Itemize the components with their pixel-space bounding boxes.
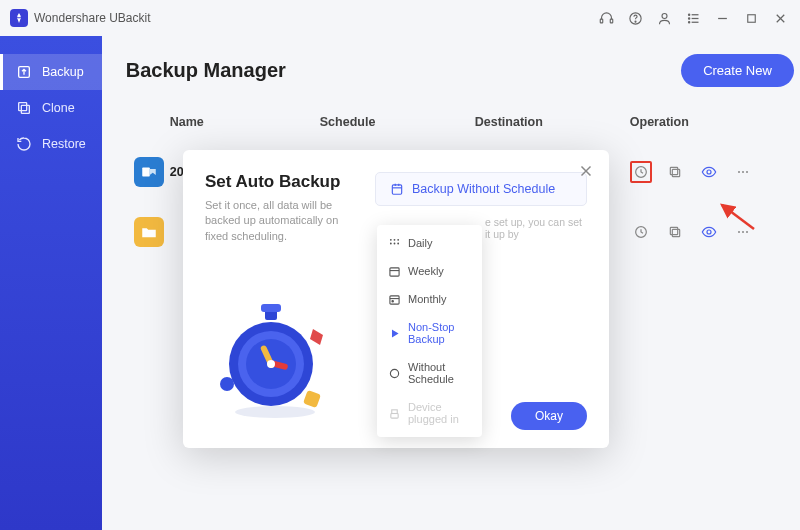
svg-point-52 (394, 238, 396, 240)
svg-point-9 (689, 21, 690, 22)
dropdown-label: Without Schedule (408, 361, 470, 385)
svg-rect-59 (390, 295, 399, 303)
svg-point-3 (635, 21, 636, 22)
modal-left: Set Auto Backup Set it once, all data wi… (205, 172, 375, 428)
more-op-button[interactable] (732, 161, 754, 183)
modal-description: Set it once, all data will be backed up … (205, 198, 361, 244)
svg-rect-0 (600, 19, 603, 23)
schedule-op-button[interactable] (630, 161, 652, 183)
svg-point-56 (397, 242, 399, 244)
copy-op-button[interactable] (664, 161, 686, 183)
stopwatch-illustration-icon (205, 284, 345, 424)
page-title: Backup Manager (126, 59, 286, 82)
svg-point-51 (390, 238, 392, 240)
svg-point-30 (738, 231, 740, 233)
svg-rect-28 (670, 227, 677, 234)
okay-button[interactable]: Okay (511, 402, 587, 430)
svg-point-25 (746, 171, 748, 173)
modal-title: Set Auto Backup (205, 172, 361, 192)
list-icon[interactable] (686, 11, 701, 26)
svg-point-23 (738, 171, 740, 173)
svg-rect-18 (142, 167, 150, 176)
app-logo-icon (10, 9, 28, 27)
svg-point-7 (689, 17, 690, 18)
nonstop-icon (389, 328, 400, 339)
dropdown-item-weekly[interactable]: Weekly (377, 257, 482, 285)
close-button[interactable] (773, 11, 788, 26)
dropdown-label: Daily (408, 237, 432, 249)
headset-icon[interactable] (599, 11, 614, 26)
svg-point-62 (390, 369, 398, 377)
col-schedule: Schedule (320, 115, 475, 129)
table-header: Name Schedule Destination Operation (126, 107, 794, 137)
svg-point-29 (707, 230, 711, 234)
copy-op-button[interactable] (664, 221, 686, 243)
dropdown-item-daily[interactable]: Daily (377, 229, 482, 257)
titlebar-left: Wondershare UBackit (10, 9, 151, 27)
backup-schedule-button[interactable]: Backup Without Schedule (375, 172, 587, 206)
svg-point-61 (392, 300, 393, 301)
svg-point-54 (390, 242, 392, 244)
none-icon (389, 368, 400, 379)
dropdown-item-without-schedule[interactable]: Without Schedule (377, 353, 482, 393)
clone-icon (16, 100, 32, 116)
daily-icon (389, 238, 400, 249)
svg-point-4 (662, 13, 667, 18)
user-icon[interactable] (657, 11, 672, 26)
usb-icon (389, 408, 400, 419)
svg-point-43 (220, 377, 234, 391)
row-operations (630, 161, 754, 183)
dropdown-label: Weekly (408, 265, 444, 277)
modal-hint: e set up, you can set it up by (485, 216, 587, 240)
schedule-button-label: Backup Without Schedule (412, 182, 555, 196)
svg-rect-57 (390, 267, 399, 275)
svg-point-31 (742, 231, 744, 233)
minimize-button[interactable] (715, 11, 730, 26)
svg-rect-17 (19, 103, 27, 111)
svg-rect-47 (392, 185, 401, 194)
col-name: Name (170, 115, 320, 129)
folder-icon (134, 217, 164, 247)
sidebar: Backup Clone Restore (0, 36, 102, 530)
svg-point-55 (394, 242, 396, 244)
svg-point-24 (742, 171, 744, 173)
create-new-button[interactable]: Create New (681, 54, 794, 87)
outlook-icon (134, 157, 164, 187)
view-op-button[interactable] (698, 221, 720, 243)
sidebar-item-restore[interactable]: Restore (0, 126, 102, 162)
svg-rect-44 (303, 390, 321, 408)
svg-point-22 (707, 170, 711, 174)
col-operation: Operation (630, 115, 754, 129)
sidebar-item-label: Restore (42, 137, 86, 151)
restore-icon (16, 136, 32, 152)
svg-rect-20 (672, 169, 679, 176)
page-header: Backup Manager Create New (126, 54, 794, 87)
help-icon[interactable] (628, 11, 643, 26)
svg-point-5 (689, 14, 690, 15)
dropdown-label: Device plugged in (408, 401, 470, 425)
dropdown-label: Monthly (408, 293, 447, 305)
schedule-op-button[interactable] (630, 221, 652, 243)
sidebar-item-label: Backup (42, 65, 84, 79)
svg-rect-64 (391, 413, 398, 418)
svg-point-34 (235, 406, 315, 418)
svg-rect-12 (748, 14, 756, 22)
app-title: Wondershare UBackit (34, 11, 151, 25)
svg-rect-27 (672, 229, 679, 236)
more-op-button[interactable] (732, 221, 754, 243)
sidebar-item-backup[interactable]: Backup (0, 54, 102, 90)
titlebar-controls (599, 11, 788, 26)
maximize-button[interactable] (744, 11, 759, 26)
svg-rect-16 (21, 105, 29, 113)
svg-point-32 (746, 231, 748, 233)
close-icon[interactable] (577, 162, 595, 180)
dropdown-item-nonstop[interactable]: Non-Stop Backup (377, 313, 482, 353)
svg-rect-39 (261, 304, 281, 312)
svg-point-42 (267, 360, 275, 368)
sidebar-item-clone[interactable]: Clone (0, 90, 102, 126)
row-operations (630, 221, 754, 243)
sidebar-item-label: Clone (42, 101, 75, 115)
dropdown-item-monthly[interactable]: Monthly (377, 285, 482, 313)
view-op-button[interactable] (698, 161, 720, 183)
weekly-icon (389, 266, 400, 277)
